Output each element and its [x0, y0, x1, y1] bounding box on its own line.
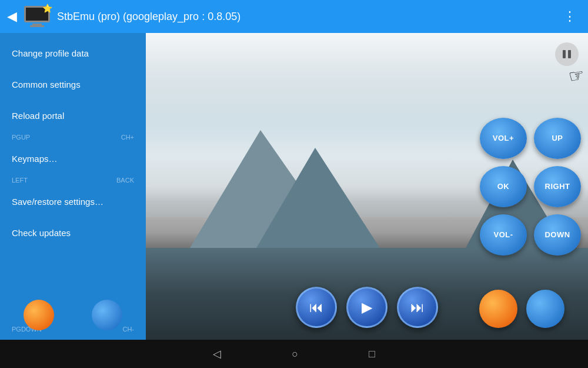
up-button[interactable]: UP: [534, 118, 581, 159]
keymap-back-hint: BACK: [116, 177, 134, 184]
down-button[interactable]: DOWN: [534, 214, 581, 256]
back-button[interactable]: ◀: [7, 9, 17, 24]
keymap-pgup-hint: PGUP: [12, 134, 30, 141]
sidebar-item-keymaps[interactable]: Keymaps…: [0, 143, 146, 174]
fast-forward-icon: ⏭: [410, 299, 425, 316]
top-bar: ◀ ⭐ StbEmu (pro) (googleplay_pro : 0.8.0…: [0, 0, 588, 33]
android-recent-button[interactable]: □: [369, 348, 375, 360]
fast-forward-button[interactable]: ⏭: [397, 287, 438, 328]
remote-row-bottom: VOL- DOWN: [477, 214, 581, 256]
sidebar-item-save-restore[interactable]: Save/restore settings…: [0, 186, 146, 217]
main-content: Change profile data Common settings Relo…: [0, 33, 588, 340]
keymap-left-hint: LEFT: [12, 177, 28, 184]
sidebar-item-change-profile[interactable]: Change profile data: [0, 38, 146, 69]
action-blue-button[interactable]: [526, 290, 564, 328]
star-badge: ⭐: [42, 4, 52, 13]
remote-row-middle: OK RIGHT: [477, 166, 581, 207]
android-back-button[interactable]: ◁: [213, 347, 221, 360]
mountain-2: [256, 148, 380, 248]
app-title: StbEmu (pro) (googleplay_pro : 0.8.05): [57, 11, 559, 23]
vol-plus-button[interactable]: VOL+: [480, 118, 527, 159]
action-orange-button[interactable]: [479, 290, 517, 328]
sidebar-controls: [0, 295, 146, 335]
vol-minus-button[interactable]: VOL-: [480, 214, 527, 256]
app-icon: ⭐: [24, 6, 50, 27]
keymap-chplus-hint: CH+: [121, 134, 134, 141]
video-area: ☞ VOL+ UP OK RIGHT VOL- DOWN ⏮ ▶: [146, 33, 588, 340]
playback-controls: ⏮ ▶ ⏭: [296, 287, 438, 328]
bottom-nav: ◁ ○ □: [0, 340, 588, 368]
sidebar-blue-button[interactable]: [92, 300, 122, 330]
play-button[interactable]: ▶: [346, 287, 387, 328]
rewind-icon: ⏮: [309, 299, 323, 316]
menu-button[interactable]: ⋮: [559, 4, 581, 29]
sidebar-item-check-updates[interactable]: Check updates: [0, 217, 146, 248]
ok-button[interactable]: OK: [480, 166, 527, 207]
play-icon: ▶: [362, 299, 372, 316]
sidebar-orange-button[interactable]: [24, 300, 54, 330]
right-button[interactable]: RIGHT: [534, 166, 581, 207]
remote-row-top: VOL+ UP: [477, 118, 581, 159]
sidebar-item-common-settings[interactable]: Common settings: [0, 69, 146, 100]
rewind-button[interactable]: ⏮: [296, 287, 337, 328]
sidebar-item-reload-portal[interactable]: Reload portal: [0, 100, 146, 131]
sidebar: Change profile data Common settings Relo…: [0, 33, 146, 340]
android-home-button[interactable]: ○: [292, 348, 298, 360]
